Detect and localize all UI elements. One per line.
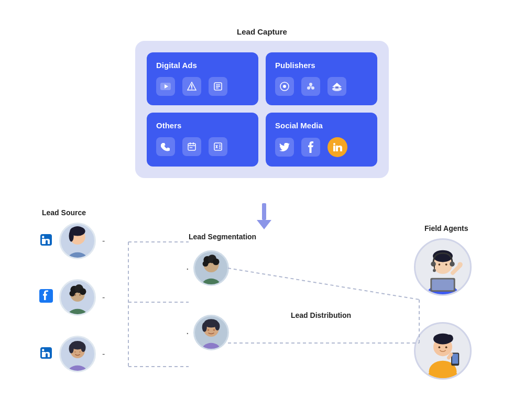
phone-icon bbox=[156, 137, 175, 156]
ads-icon bbox=[182, 77, 201, 96]
field-agent-2 bbox=[414, 322, 472, 380]
arrow-shaft bbox=[262, 203, 266, 220]
seg-dot-1: · bbox=[186, 262, 189, 274]
svg-point-39 bbox=[67, 309, 88, 314]
twitter-icon bbox=[275, 138, 294, 157]
linkedin-source-icon-1 bbox=[39, 233, 54, 249]
social-media-icons bbox=[275, 137, 368, 157]
field-agent-1 bbox=[414, 238, 472, 296]
svg-point-46 bbox=[79, 294, 81, 296]
svg-point-56 bbox=[79, 351, 81, 352]
svg-point-76 bbox=[433, 269, 436, 272]
lead-capture-box: Digital Ads bbox=[135, 41, 389, 178]
svg-point-29 bbox=[333, 143, 335, 145]
svg-point-55 bbox=[74, 351, 77, 352]
linkedin-icon bbox=[328, 137, 347, 157]
svg-point-74 bbox=[450, 261, 454, 266]
arrow-head bbox=[257, 220, 271, 229]
flower-icon bbox=[301, 77, 320, 96]
source-item-1-dash: - bbox=[102, 236, 105, 246]
lead-capture-title: Lead Capture bbox=[0, 27, 524, 36]
youtube-icon bbox=[156, 77, 175, 96]
svg-point-53 bbox=[69, 344, 74, 353]
lead-source-item-3: - bbox=[39, 336, 105, 372]
lead-segmentation-title: Lead Segmentation bbox=[189, 233, 256, 241]
others-icons bbox=[156, 137, 249, 156]
svg-rect-15 bbox=[335, 86, 339, 89]
linkedin-source-icon-2 bbox=[39, 346, 54, 362]
svg-point-33 bbox=[67, 252, 88, 258]
facebook-icon bbox=[301, 138, 320, 157]
lead-source-title: Lead Source bbox=[42, 208, 86, 217]
lead-distribution-title: Lead Distribution bbox=[291, 311, 351, 319]
svg-point-8 bbox=[283, 85, 286, 88]
article-icon bbox=[209, 77, 227, 96]
svg-point-69 bbox=[213, 329, 215, 331]
source-item-2-dash: - bbox=[102, 293, 105, 302]
svg-point-62 bbox=[202, 261, 208, 267]
avatar-1 bbox=[59, 223, 96, 259]
lead-source-item-2: - bbox=[39, 279, 105, 316]
publishers-card[interactable]: Publishers bbox=[266, 52, 377, 105]
lead-source-list: - - bbox=[39, 223, 105, 372]
seg-avatar-2 bbox=[193, 315, 229, 350]
svg-point-43 bbox=[80, 288, 86, 295]
svg-rect-80 bbox=[432, 279, 454, 290]
svg-point-49 bbox=[42, 349, 44, 351]
avatar-2 bbox=[59, 279, 96, 316]
flow-arrow bbox=[257, 203, 271, 229]
seg-avatar-1 bbox=[193, 250, 229, 286]
svg-marker-14 bbox=[332, 83, 342, 87]
avatar-3 bbox=[59, 336, 96, 372]
svg-point-66 bbox=[202, 323, 206, 332]
publishers-icons bbox=[275, 77, 368, 96]
svg-point-61 bbox=[212, 259, 219, 266]
svg-point-2 bbox=[191, 89, 192, 90]
excel-icon bbox=[209, 137, 227, 156]
svg-point-54 bbox=[81, 344, 85, 352]
svg-point-81 bbox=[457, 262, 462, 267]
svg-rect-90 bbox=[452, 354, 458, 364]
svg-point-57 bbox=[201, 279, 220, 284]
calendar-icon bbox=[182, 137, 201, 156]
facebook-source-icon bbox=[39, 289, 54, 306]
svg-point-86 bbox=[445, 335, 453, 342]
svg-point-68 bbox=[207, 329, 209, 331]
others-card[interactable]: Others bbox=[147, 113, 258, 167]
svg-point-63 bbox=[201, 343, 220, 349]
field-agent-avatars bbox=[414, 238, 472, 380]
svg-point-44 bbox=[69, 291, 75, 296]
svg-point-37 bbox=[72, 226, 83, 234]
svg-point-32 bbox=[42, 236, 44, 238]
svg-point-67 bbox=[215, 322, 220, 330]
svg-point-12 bbox=[310, 85, 312, 88]
others-title: Others bbox=[156, 121, 249, 130]
lead-source-item-1: - bbox=[39, 223, 105, 259]
svg-rect-20 bbox=[190, 147, 191, 148]
segmentation-avatars: · · bbox=[186, 250, 229, 350]
social-media-card[interactable]: Social Media bbox=[266, 113, 377, 167]
svg-point-88 bbox=[445, 346, 447, 348]
social-media-title: Social Media bbox=[275, 121, 368, 130]
svg-point-73 bbox=[431, 261, 435, 266]
svg-rect-21 bbox=[191, 147, 192, 148]
field-agents-title: Field Agents bbox=[424, 224, 468, 233]
hat-icon bbox=[328, 77, 346, 96]
source-item-3-dash: - bbox=[102, 349, 105, 359]
svg-rect-16 bbox=[188, 143, 195, 150]
svg-point-87 bbox=[438, 346, 440, 348]
digital-ads-card[interactable]: Digital Ads bbox=[147, 52, 258, 105]
svg-point-77 bbox=[438, 263, 440, 266]
seg-item-2: · bbox=[186, 315, 229, 350]
cd-icon bbox=[275, 77, 294, 96]
digital-ads-icons bbox=[156, 77, 249, 96]
svg-point-45 bbox=[74, 294, 76, 296]
publishers-title: Publishers bbox=[275, 61, 368, 70]
svg-point-78 bbox=[445, 263, 447, 266]
digital-ads-title: Digital Ads bbox=[156, 61, 249, 70]
svg-point-50 bbox=[67, 366, 88, 371]
seg-item-1: · bbox=[186, 250, 229, 286]
svg-line-95 bbox=[228, 268, 419, 300]
svg-rect-28 bbox=[333, 146, 335, 151]
capture-grid: Digital Ads bbox=[147, 52, 377, 167]
